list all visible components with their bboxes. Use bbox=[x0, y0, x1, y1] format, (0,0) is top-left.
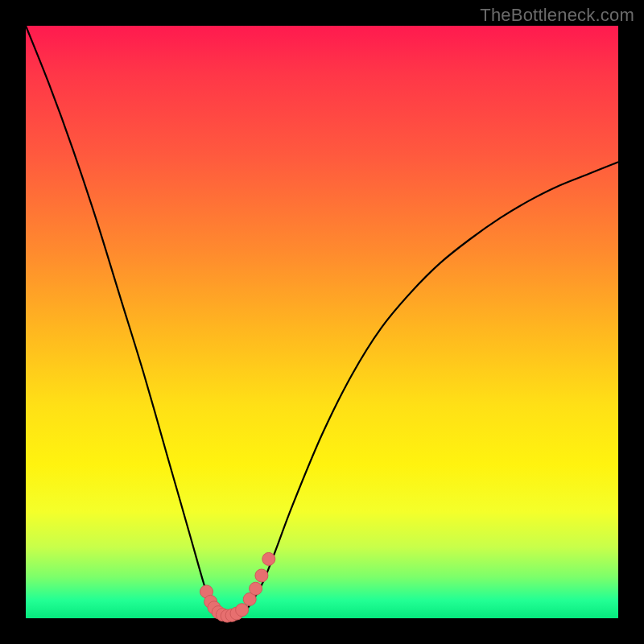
curve-marker bbox=[262, 552, 275, 565]
curve-marker bbox=[255, 569, 268, 582]
watermark-text: TheBottleneck.com bbox=[480, 5, 634, 26]
plot-area bbox=[26, 26, 618, 618]
curve-markers bbox=[200, 552, 275, 622]
chart-frame: TheBottleneck.com bbox=[0, 0, 644, 644]
curve-marker bbox=[236, 604, 249, 617]
curve-path bbox=[26, 26, 618, 616]
bottleneck-curve bbox=[26, 26, 618, 618]
curve-marker bbox=[250, 582, 262, 595]
